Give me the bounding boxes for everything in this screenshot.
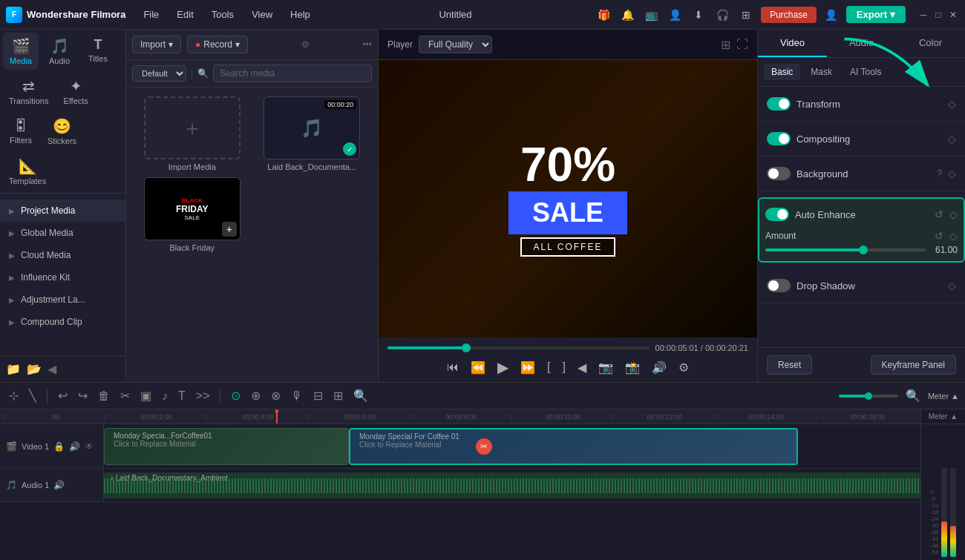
maximize-button[interactable]: □ [932, 9, 944, 21]
import-button[interactable]: Import ▾ [132, 36, 181, 53]
add-folder-icon[interactable]: 📁 [6, 362, 21, 376]
sidebar-tab-effects[interactable]: ✦ Effects [57, 73, 94, 110]
text-icon[interactable]: T [175, 388, 189, 404]
add-to-timeline-button[interactable]: + [222, 222, 237, 237]
search-input[interactable] [213, 65, 372, 82]
sidebar-tab-stickers[interactable]: 😊 Stickers [42, 113, 82, 150]
menu-tools[interactable]: Tools [206, 6, 240, 23]
delete-icon[interactable]: 🗑 [95, 388, 113, 404]
gift-icon[interactable]: 🎁 [595, 6, 612, 24]
progress-track[interactable] [387, 346, 650, 349]
reset-button[interactable]: Reset [767, 355, 812, 375]
transform-expand-icon[interactable]: ◇ [948, 98, 956, 110]
menu-file[interactable]: File [137, 6, 165, 23]
video-track-body[interactable]: Monday Specia...ForCoffee01 Click to Rep… [104, 424, 920, 468]
compositing-expand-icon[interactable]: ◇ [948, 133, 956, 145]
record-button[interactable]: ● Record ▾ [187, 36, 248, 53]
grid-view-icon[interactable]: ⊞ [721, 38, 730, 52]
laid-back-item[interactable]: 00:00:20 🎵 ✓ Laid Back_Documenta... [255, 96, 370, 171]
progress-bar[interactable]: 00:00:05:01 / 00:00:20:21 [387, 343, 748, 352]
mark-in-button[interactable]: [ [547, 360, 550, 374]
close-button[interactable]: ✕ [947, 9, 959, 21]
audio-mute-icon[interactable]: 🔊 [53, 480, 65, 490]
step-back-button[interactable]: ⏪ [471, 360, 485, 375]
subtab-mask[interactable]: Mask [803, 64, 840, 80]
grid-icon[interactable]: ⊞ [737, 6, 755, 24]
settings-ctrl-button[interactable]: ⚙ [678, 360, 689, 375]
meter-label[interactable]: Meter ▲ [928, 392, 959, 401]
tab-video[interactable]: Video [758, 30, 827, 57]
zoom-track[interactable] [839, 395, 898, 398]
sidebar-item-project-media[interactable]: ▶ Project Media [0, 200, 125, 222]
menu-help[interactable]: Help [284, 6, 316, 23]
black-friday-thumb[interactable]: BLACK FRIDAY SALE + [144, 177, 241, 240]
sidebar-tab-audio[interactable]: 🎵 Audio [42, 33, 77, 70]
sidebar-item-cloud-media[interactable]: ▶ Cloud Media [0, 244, 125, 266]
sidebar-item-adjustment[interactable]: ▶ Adjustment La... [0, 289, 125, 311]
mark-out-button[interactable]: ] [563, 360, 566, 374]
compositing-toggle[interactable] [767, 132, 791, 145]
background-toggle[interactable] [767, 167, 791, 180]
sidebar-tab-titles[interactable]: T Titles [80, 33, 116, 70]
step-forward-button[interactable]: ⏩ [520, 360, 535, 375]
sidebar-item-global-media[interactable]: ▶ Global Media [0, 222, 125, 244]
laid-back-thumb[interactable]: 00:00:20 🎵 ✓ [264, 96, 360, 159]
menu-edit[interactable]: Edit [171, 6, 199, 23]
more-tools-icon[interactable]: >> [193, 388, 213, 404]
amount-reset-icon[interactable]: ↺ [935, 230, 943, 242]
sort-select[interactable]: Default [132, 65, 186, 82]
voice-icon[interactable]: 🎙 [288, 388, 306, 404]
sidebar-item-compound-clip[interactable]: ▶ Compound Clip [0, 311, 125, 333]
sidebar-tab-media[interactable]: 🎬 Media [3, 33, 39, 70]
audio-icon[interactable]: ♪ [159, 388, 171, 404]
snap-icon[interactable]: ⊙ [228, 387, 243, 404]
split-icon[interactable]: ⊟ [310, 387, 326, 404]
subtab-ai-tools[interactable]: AI Tools [843, 64, 889, 80]
timeline-select-icon[interactable]: ⊹ [6, 387, 22, 404]
drop-shadow-toggle[interactable] [767, 279, 791, 292]
more-icon[interactable]: ••• [362, 39, 372, 50]
plus-zoom-icon[interactable]: 🔍 [903, 387, 923, 404]
play-button[interactable]: ▶ [497, 358, 508, 376]
snapshot-button[interactable]: 📸 [625, 360, 640, 375]
auto-enhance-toggle[interactable] [765, 208, 789, 221]
amount-diamond-icon[interactable]: ◇ [949, 230, 958, 242]
quality-select[interactable]: Full Quality [419, 36, 492, 53]
cut-icon[interactable]: ✂ [117, 387, 133, 404]
timeline-blade-icon[interactable]: ╲ [26, 387, 39, 404]
import-thumb[interactable]: ＋ [144, 96, 241, 159]
tab-audio[interactable]: Audio [827, 30, 896, 57]
tab-color[interactable]: Color [896, 30, 965, 57]
keyframe-panel-button[interactable]: Keyframe Panel [871, 355, 956, 375]
headset-icon[interactable]: 🎧 [713, 6, 731, 24]
bell-icon[interactable]: 🔔 [618, 6, 636, 24]
playhead[interactable] [276, 409, 278, 424]
pip-icon[interactable]: ⊞ [330, 387, 346, 404]
amount-slider[interactable] [765, 248, 926, 251]
sidebar-tab-templates[interactable]: 📐 Templates [3, 153, 52, 190]
sidebar-tab-filters[interactable]: 🎛 Filters [3, 113, 39, 150]
eye-icon[interactable]: 👁 [85, 441, 94, 452]
lock-icon[interactable]: 🔒 [53, 441, 65, 452]
user-icon[interactable]: 👤 [666, 6, 684, 24]
new-folder-icon[interactable]: 📂 [27, 362, 42, 376]
minus-zoom-icon[interactable]: 🔍 [350, 387, 371, 404]
redo-icon[interactable]: ↪ [75, 387, 91, 404]
black-friday-item[interactable]: BLACK FRIDAY SALE + Black Friday [135, 177, 249, 252]
menu-view[interactable]: View [246, 6, 278, 23]
link-icon[interactable]: ⊗ [268, 387, 284, 404]
camera-button[interactable]: 📷 [598, 360, 613, 375]
mute-icon[interactable]: 🔊 [69, 441, 80, 452]
video-clip-1[interactable]: Monday Specia...ForCoffee01 Click to Rep… [104, 428, 349, 465]
minimize-button[interactable]: ─ [917, 9, 929, 21]
avatar-icon[interactable]: 👤 [822, 6, 840, 24]
transform-toggle[interactable] [767, 97, 791, 111]
fullscreen-icon[interactable]: ⛶ [736, 38, 748, 52]
download-icon[interactable]: ⬇ [690, 6, 707, 24]
volume-button[interactable]: 🔊 [652, 360, 667, 375]
auto-enhance-expand-icon[interactable]: ◇ [949, 208, 958, 220]
drop-shadow-expand-icon[interactable]: ◇ [948, 280, 956, 291]
trim-icon[interactable]: ▣ [137, 387, 154, 404]
audio-button[interactable]: ◀ [578, 360, 586, 375]
audio-clip-1[interactable]: ♪ Laid Back_Documentary_Ambient [104, 472, 920, 498]
